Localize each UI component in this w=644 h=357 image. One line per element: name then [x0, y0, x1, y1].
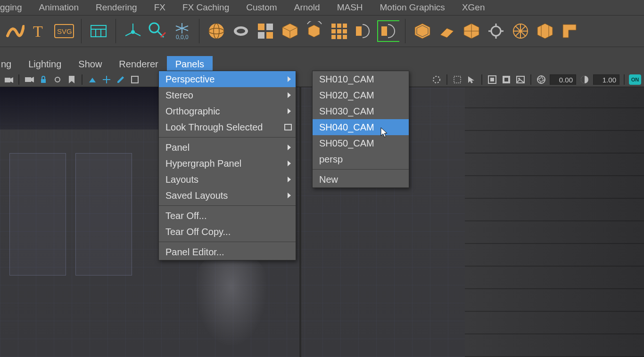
svg-text:SVG: SVG — [57, 27, 72, 35]
menu-arnold[interactable]: Arnold — [286, 0, 329, 16]
panels-menu-item-tear-off-copy[interactable]: Tear Off Copy... — [159, 224, 296, 240]
bookmark-icon[interactable] — [66, 74, 77, 85]
shelf-snowflake-icon[interactable]: 0,0,0 — [171, 20, 193, 42]
shelf-cube-icon[interactable] — [279, 20, 301, 42]
panels-menu-divider — [159, 242, 296, 242]
panels-menu-item-panel-editor[interactable]: Panel Editor... — [159, 244, 296, 260]
svg-rect-40 — [378, 21, 399, 41]
camera-icon[interactable] — [24, 74, 35, 85]
vt-separator — [18, 74, 19, 85]
shelf-grid-quad-icon[interactable] — [254, 20, 277, 42]
menu-rendering[interactable]: Rendering — [87, 0, 146, 16]
persp-submenu-item-sh040-cam[interactable]: SH040_CAM — [313, 119, 409, 135]
svg-rect-66 — [41, 79, 46, 83]
shelf-cube-grid-icon[interactable] — [534, 20, 556, 42]
shelf-cube-unfold-icon[interactable] — [460, 20, 483, 42]
svg-point-83 — [537, 76, 545, 83]
panels-menu-item-tear-off[interactable]: Tear Off... — [159, 208, 296, 224]
gamma-value[interactable]: 1.00 — [593, 74, 619, 85]
panel-menu-panels[interactable]: Panels — [167, 56, 213, 73]
panels-menu-item-layouts[interactable]: Layouts — [159, 171, 296, 187]
shelf-corner-icon[interactable] — [558, 20, 581, 42]
shelf-separator — [199, 19, 199, 43]
panel-menu-lighting[interactable]: Lighting — [20, 56, 70, 73]
shelf-mirror-left-icon[interactable] — [352, 20, 375, 42]
pencil-icon[interactable] — [115, 74, 126, 85]
svg-rect-26 — [266, 32, 273, 39]
panels-menu-item-hypergraph-panel[interactable]: Hypergraph Panel — [159, 155, 296, 171]
panels-menu-item-panel[interactable]: Panel — [159, 139, 296, 155]
svg-rect-73 — [132, 76, 138, 83]
submenu-arrow-icon — [288, 76, 291, 82]
menu-rigging[interactable]: gging — [0, 0, 31, 16]
shelf-text-icon[interactable]: T — [28, 20, 51, 42]
menu-mash[interactable]: MASH — [329, 0, 372, 16]
option-box-icon[interactable] — [284, 124, 292, 130]
menu-fx[interactable]: FX — [146, 0, 174, 16]
camera-gear-icon[interactable] — [52, 74, 63, 85]
aperture-icon[interactable] — [536, 74, 547, 85]
shelf-mirror-active-icon[interactable] — [377, 20, 399, 42]
shelf-cube-wire-icon[interactable] — [411, 20, 434, 42]
menu-animation[interactable]: Animation — [31, 0, 88, 16]
persp-submenu-item-sh030-cam[interactable]: SH030_CAM — [313, 103, 409, 119]
panels-menu-item-perspective[interactable]: Perspective — [159, 71, 296, 87]
shelf-svg-icon[interactable]: SVG — [53, 20, 75, 42]
perspective-submenu: SH010_CAMSH020_CAMSH030_CAMSH040_CAMSH05… — [312, 71, 409, 188]
shelf-curve-icon[interactable] — [4, 20, 26, 42]
persp-submenu-item-sh020-cam[interactable]: SH020_CAM — [313, 87, 409, 103]
svg-rect-39 — [356, 26, 362, 36]
menu-fx-caching[interactable]: FX Caching — [174, 0, 238, 16]
persp-submenu-item-persp[interactable]: persp — [313, 151, 409, 167]
rect-outer-icon[interactable] — [487, 74, 498, 85]
arrow-cursor-icon[interactable] — [466, 74, 477, 85]
render-icon[interactable] — [129, 74, 140, 85]
contrast-icon[interactable] — [579, 74, 590, 85]
shelf-cube-rotate-icon[interactable] — [303, 20, 326, 42]
select-camera-icon[interactable] — [3, 74, 14, 85]
svg-rect-31 — [337, 24, 341, 28]
svg-rect-34 — [337, 29, 341, 33]
exposure-value[interactable]: 0.00 — [550, 74, 576, 85]
shelf-ring-icon[interactable] — [230, 20, 252, 42]
svg-rect-33 — [331, 29, 336, 33]
persp-submenu-item-sh010-cam[interactable]: SH010_CAM — [313, 71, 409, 87]
svg-point-48 — [491, 26, 501, 36]
isolate-icon[interactable] — [431, 74, 442, 85]
camera-lock-icon[interactable] — [38, 74, 49, 85]
panels-menu-item-stereo[interactable]: Stereo — [159, 87, 296, 103]
shelf-spreadsheet-icon[interactable] — [87, 20, 110, 42]
panel-menu-show[interactable]: Show — [70, 56, 110, 73]
image-plane-icon[interactable] — [87, 74, 98, 85]
panel-menu-ng[interactable]: ng — [0, 56, 20, 73]
image-icon[interactable] — [515, 74, 526, 85]
panels-menu-item-orthographic[interactable]: Orthographic — [159, 103, 296, 119]
svg-marker-44 — [440, 28, 454, 38]
svg-rect-23 — [258, 24, 264, 30]
shelf-plane-icon[interactable] — [436, 20, 458, 42]
shelf-radial-icon[interactable] — [509, 20, 532, 42]
shelf-axis-icon[interactable] — [122, 20, 144, 42]
persp-submenu-item-sh050-cam[interactable]: SH050_CAM — [313, 135, 409, 151]
persp-submenu-item-new[interactable]: New — [313, 171, 409, 187]
panel-menu-renderer[interactable]: Renderer — [110, 56, 166, 73]
svg-rect-36 — [331, 35, 336, 39]
svg-point-22 — [237, 29, 245, 33]
svg-marker-63 — [10, 77, 13, 83]
shelf-sphere-icon[interactable] — [205, 20, 228, 42]
marquee-icon[interactable] — [452, 74, 463, 85]
viewport-character-head — [189, 249, 273, 357]
svg-line-10 — [125, 32, 133, 36]
color-management-toggle[interactable]: ON — [629, 74, 641, 85]
move-icon[interactable] — [101, 74, 112, 85]
panels-menu-item-saved-layouts[interactable]: Saved Layouts — [159, 187, 296, 203]
menu-custom[interactable]: Custom — [238, 0, 285, 16]
shelf-gear-icon[interactable] — [485, 20, 507, 42]
panels-menu-item-look-through-selected[interactable]: Look Through Selected — [159, 119, 296, 135]
rect-inner-icon[interactable] — [501, 74, 512, 85]
shelf-grid-3x3-icon[interactable] — [328, 20, 350, 42]
shelf-freeze-transform-icon[interactable] — [146, 20, 169, 42]
submenu-arrow-icon — [288, 161, 291, 166]
menu-motion-graphics[interactable]: Motion Graphics — [372, 0, 454, 16]
menu-xgen[interactable]: XGen — [454, 0, 494, 16]
